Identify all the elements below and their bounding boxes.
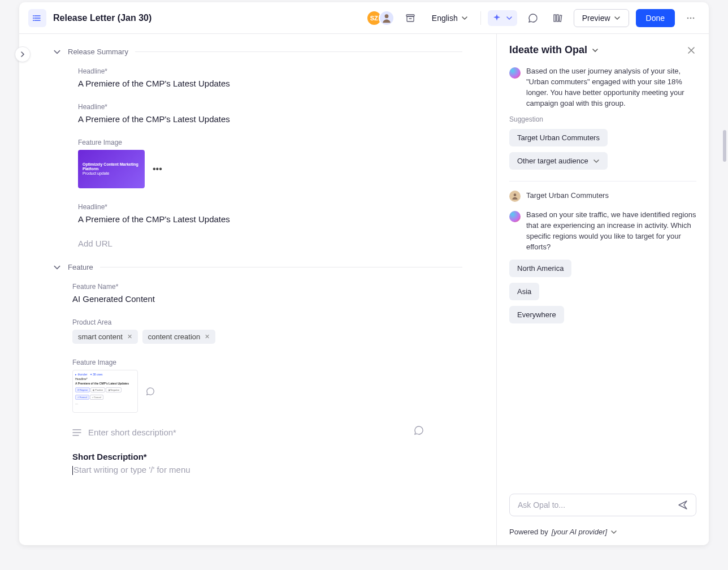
language-label: English [432,14,458,23]
opal-message-2: Based on your site traffic, we have iden… [526,210,696,252]
feature-name-label: Feature Name* [72,283,451,291]
feature-image2-label: Feature Image [72,359,451,366]
chip-north-america[interactable]: North America [509,260,571,277]
remove-tag-icon[interactable]: ✕ [205,333,210,340]
chip-asia[interactable]: Asia [509,283,539,300]
opal-input[interactable] [509,494,696,516]
done-button[interactable]: Done [636,9,675,27]
list-view-icon[interactable] [28,9,46,27]
opal-avatar-icon [509,211,521,222]
opal-avatar-icon [509,67,521,79]
svg-point-12 [514,194,517,197]
feature-name-value[interactable]: AI Generated Content [72,294,451,304]
chip-target-urban-commuters[interactable]: Target Urban Commuters [509,129,608,146]
short-description-input[interactable]: Start writing or type '/' for menu [72,465,451,475]
feature-image-thumbnail[interactable]: Optimizely Content Marketing Platform Pr… [78,150,145,188]
chevron-down-icon [506,15,513,21]
add-url-input[interactable]: Add URL [78,239,451,248]
opal-text-input[interactable] [518,500,678,509]
chip-other-target-audience[interactable]: Other target audience [509,152,608,170]
thumb-text1: Optimizely Content Marketing Platform [83,162,140,171]
paragraph-icon [72,429,81,437]
library-icon[interactable] [549,9,567,27]
svg-point-0 [33,15,34,16]
section-feature[interactable]: Feature [53,263,462,271]
more-icon[interactable] [682,9,700,27]
svg-point-1 [33,18,34,19]
separator [480,11,481,25]
tag-label: smart content [78,332,123,341]
preview-button[interactable]: Preview [574,9,629,27]
opal-title: Ideate with Opal [509,44,587,56]
tag-content-creation[interactable]: content creation ✕ [142,330,216,344]
headline1-value[interactable]: A Premiere of the CMP's Latest Updates [78,79,451,88]
product-area-label: Product Area [72,318,451,326]
svg-rect-6 [554,15,556,21]
comment-icon[interactable] [524,9,542,27]
svg-rect-7 [557,15,558,21]
opal-panel: Ideate with Opal Based on the user journ… [496,34,709,545]
feature-image-label: Feature Image [78,139,451,146]
section-release-summary[interactable]: Release Summary [53,48,462,56]
chip-everywhere[interactable]: Everywhere [509,306,564,323]
headline3-value[interactable]: A Premiere of the CMP's Latest Updates [78,214,451,224]
close-icon[interactable] [686,45,696,55]
provider-name: [your AI provider] [552,528,608,536]
sparkle-icon [492,14,501,23]
ai-toggle[interactable] [488,10,517,26]
user-message: Target Urban Commuters [526,191,609,202]
collaborator-avatars[interactable]: SZ [370,10,395,26]
archive-icon[interactable] [401,9,419,27]
language-selector[interactable]: English [426,10,474,26]
chevron-down-icon[interactable] [592,47,599,54]
opal-message-1: Based on the user journey analysis of yo… [526,66,696,109]
avatar-user [379,10,395,26]
headline3-label: Headline* [78,203,451,211]
short-description-label: Short Description* [72,452,451,461]
remove-tag-icon[interactable]: ✕ [127,333,132,340]
tag-smart-content[interactable]: smart content ✕ [72,330,138,344]
short-desc-placeholder[interactable]: Enter short description* [88,428,176,437]
tag-label: content creation [148,332,201,341]
topbar: Release Letter (Jan 30) SZ English Previ… [19,2,709,34]
svg-point-2 [33,20,34,21]
chevron-down-icon [53,264,61,271]
chip-label: Other target audience [517,157,588,165]
chevron-down-icon [610,529,617,536]
svg-rect-8 [559,15,562,21]
powered-by-footer[interactable]: Powered by [your AI provider] [497,523,709,545]
comment-icon[interactable] [414,425,424,435]
headline2-value[interactable]: A Premiere of the CMP's Latest Updates [78,114,451,124]
chevron-down-icon [461,15,468,21]
svg-point-3 [384,14,388,18]
feature-image2-thumbnail[interactable]: ▸ thunder ✦ 38 uses Headline* A Premiere… [72,370,138,413]
page-title: Release Letter (Jan 30) [53,13,151,23]
headline2-label: Headline* [78,103,451,111]
image-options-icon[interactable]: ••• [153,164,162,174]
user-avatar-icon [509,191,521,202]
send-icon[interactable] [678,500,688,510]
suggestion-label: Suggestion [509,115,696,123]
svg-point-9 [687,17,689,19]
comment-icon[interactable] [146,387,155,396]
section-title: Feature [68,263,93,271]
section-title: Release Summary [68,48,128,56]
chevron-down-icon [53,48,61,56]
svg-point-11 [693,17,695,19]
chevron-down-icon [614,15,621,21]
headline1-label: Headline* [78,67,451,75]
main-editor: Release Summary Headline* A Premiere of … [19,34,496,545]
divider [509,181,696,182]
svg-point-10 [690,17,692,19]
powered-by-label: Powered by [509,528,548,536]
chevron-down-icon [593,158,600,165]
thumb-text2: Product update [83,171,140,176]
preview-label: Preview [582,14,610,23]
